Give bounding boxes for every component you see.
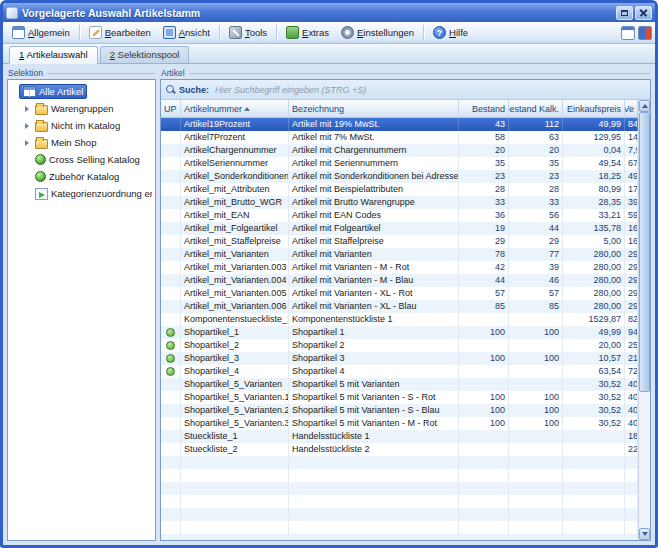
table-row[interactable]: Artikel19ProzentArtikel mit 19% MwSt.431… — [161, 118, 638, 131]
table-empty-row — [161, 469, 638, 482]
toolbar-button-einstellungen[interactable]: Einstellungen — [335, 24, 420, 41]
table-row[interactable]: Artikel_SonderkonditionenArtikel mit Son… — [161, 170, 638, 183]
table-row[interactable]: Artikel_mit_AttributenArtikel mit Beispi… — [161, 183, 638, 196]
scrollbar-track[interactable] — [639, 112, 650, 528]
table-row[interactable]: Artikel7ProzentArtikel mit 7% MwSt.58631… — [161, 131, 638, 144]
tab-selektionspool[interactable]: 2 Selektionspool — [100, 46, 190, 63]
cell-bestand-kalk: 112 — [509, 118, 563, 131]
close-button[interactable] — [635, 6, 652, 20]
table-row[interactable]: Shopartikel_5_VariantenShopartikel 5 mit… — [161, 378, 638, 391]
cell-einkaufspreis: 80,99 — [563, 183, 625, 196]
tree-item-kategorienzuordnung-entfernen[interactable]: Kategorienzuordnung entfernen — [10, 185, 153, 202]
table-row[interactable]: Artikel_mit_Varianten.006Artikel mit Var… — [161, 300, 638, 313]
table-row[interactable]: Artikel_mit_Varianten.004Artikel mit Var… — [161, 274, 638, 287]
column-header-ve[interactable]: Ve — [625, 100, 638, 117]
tree-item-zubehoer-katalog[interactable]: Zubehör Katalog — [10, 168, 153, 185]
toolbar-separator — [79, 25, 80, 40]
table-row[interactable]: Shopartikel_2Shopartikel 220,0025, — [161, 339, 638, 352]
table-row[interactable]: Shopartikel_1Shopartikel 110010049,9994, — [161, 326, 638, 339]
view-icon — [163, 26, 176, 39]
cell-artikelnummer: Artikel19Prozent — [181, 118, 289, 131]
table-row[interactable]: Shopartikel_5_Varianten.3Shopartikel 5 m… — [161, 417, 638, 430]
tab-artikelauswahl[interactable]: 1 Artikelauswahl — [9, 46, 98, 64]
table-row[interactable]: Artikel_mit_FolgeartikelArtikel mit Folg… — [161, 222, 638, 235]
cell-ve — [625, 456, 638, 469]
table-row[interactable]: Shopartikel_4Shopartikel 463,5472, — [161, 365, 638, 378]
maximize-button[interactable] — [616, 6, 633, 20]
cell-artikelnummer: Shopartikel_5_Varianten.1 — [181, 391, 289, 404]
column-header-bezeichnung[interactable]: Bezeichnung — [289, 100, 459, 117]
table-row[interactable]: Shopartikel_5_Varianten.2Shopartikel 5 m… — [161, 404, 638, 417]
cell-ve: 168 — [625, 222, 638, 235]
column-header-bestand-kalk[interactable]: Bestand Kalk. — [509, 100, 563, 117]
table-row[interactable]: Artikel_mit_Varianten.005Artikel mit Var… — [161, 287, 638, 300]
table-row[interactable]: Artikel_mit_EANArtikel mit EAN Codes3656… — [161, 209, 638, 222]
tree-item-nicht-im-katalog[interactable]: Nicht im Katalog — [10, 117, 153, 134]
table-row[interactable]: Artikel_mit_Brutto_WGRArtikel mit Brutto… — [161, 196, 638, 209]
cell-up — [161, 378, 181, 391]
column-header-artikelnummer[interactable]: Artikelnummer — [181, 100, 289, 117]
cell-up — [161, 300, 181, 313]
toolbar-button-tools[interactable]: Tools — [223, 24, 273, 41]
cell-einkaufspreis — [563, 469, 625, 482]
table-row[interactable]: Shopartikel_5_Varianten.1Shopartikel 5 m… — [161, 391, 638, 404]
cell-bezeichnung: Artikel mit Varianten - M - Blau — [289, 274, 459, 287]
cell-ve — [625, 469, 638, 482]
toolbar-button-ansicht[interactable]: Ansicht — [157, 24, 216, 41]
expander-icon[interactable] — [22, 123, 31, 129]
cell-artikelnummer: Artikel7Prozent — [181, 131, 289, 144]
search-bar: Suche: — [161, 80, 650, 100]
toolbar-button-label: Ansicht — [179, 27, 210, 38]
expander-icon[interactable] — [22, 140, 31, 146]
toolbar-button-bearbeiten[interactable]: Bearbeiten — [83, 24, 157, 41]
remove-icon — [35, 188, 48, 200]
table-row[interactable]: Artikel_mit_StaffelpreiseArtikel mit Sta… — [161, 235, 638, 248]
column-header-bestand[interactable]: Bestand — [459, 100, 509, 117]
edit-icon — [89, 26, 102, 39]
tree-item-label: Warengruppen — [51, 103, 114, 114]
cell-up — [161, 287, 181, 300]
table-row[interactable]: Artikel_mit_Varianten.003Artikel mit Var… — [161, 261, 638, 274]
table-row[interactable]: Shopartikel_3Shopartikel 310010010,5721, — [161, 352, 638, 365]
table-row[interactable]: Stueckliste_2Handelsstückliste 2229 — [161, 443, 638, 456]
cell-artikelnummer: Artikel_mit_Varianten.004 — [181, 274, 289, 287]
shop-article-icon — [166, 354, 175, 363]
vertical-scrollbar[interactable] — [638, 100, 650, 540]
tab-label: 2 Selektionspool — [110, 49, 180, 60]
cell-ve: 7,9 — [625, 144, 638, 157]
table-row[interactable]: Komponentenstueckliste_1Komponentenstück… — [161, 313, 638, 326]
table-row[interactable]: ArtikelSeriennummerArtikel mit Seriennum… — [161, 157, 638, 170]
column-header-einkaufspreis[interactable]: Einkaufspreis — [563, 100, 625, 117]
tree-item-alle-artikel[interactable]: Alle Artikel — [10, 83, 153, 100]
search-input[interactable] — [213, 84, 645, 96]
column-header-up[interactable]: UP — [161, 100, 181, 117]
cell-bezeichnung: Artikel mit Seriennummern — [289, 157, 459, 170]
cell-artikelnummer — [181, 521, 289, 534]
title-bar[interactable]: Vorgelagerte Auswahl Artikelstamm — [3, 3, 655, 22]
table-icon — [23, 86, 36, 97]
toolbar-button-extras[interactable]: Extras — [280, 24, 335, 41]
scrollbar-thumb[interactable] — [639, 112, 650, 392]
cell-bestand: 19 — [459, 222, 509, 235]
puzzle-icon — [286, 26, 299, 39]
tree-item-mein-shop[interactable]: Mein Shop — [10, 134, 153, 151]
tree-item-cross-selling-katalog[interactable]: Cross Selling Katalog — [10, 151, 153, 168]
tree-node: Mein Shop — [31, 135, 100, 150]
layout-icon[interactable] — [638, 26, 652, 40]
toolbar-button-allgemein[interactable]: Allgemein — [6, 24, 76, 41]
tree-item-warengruppen[interactable]: Warengruppen — [10, 100, 153, 117]
cell-artikelnummer: Artikel_mit_Folgeartikel — [181, 222, 289, 235]
expander-icon[interactable] — [22, 106, 31, 112]
toolbar-button-hilfe[interactable]: Hilfe — [427, 24, 474, 41]
toolbar-button-label: Allgemein — [28, 27, 70, 38]
cell-bezeichnung: Artikel mit Sonderkonditionen bei Adress… — [289, 170, 459, 183]
scroll-down-button[interactable] — [639, 528, 650, 540]
cell-up — [161, 391, 181, 404]
table-row[interactable]: Artikel_mit_VariantenArtikel mit Variant… — [161, 248, 638, 261]
table-row[interactable]: Stueckliste_1Handelsstückliste 1184 — [161, 430, 638, 443]
cell-artikelnummer: Artikel_mit_Attributen — [181, 183, 289, 196]
table-row[interactable]: ArtikelChargennummerArtikel mit Chargenn… — [161, 144, 638, 157]
scroll-up-button[interactable] — [639, 100, 650, 112]
toolbar-separator — [276, 25, 277, 40]
window-list-icon[interactable] — [621, 26, 635, 40]
